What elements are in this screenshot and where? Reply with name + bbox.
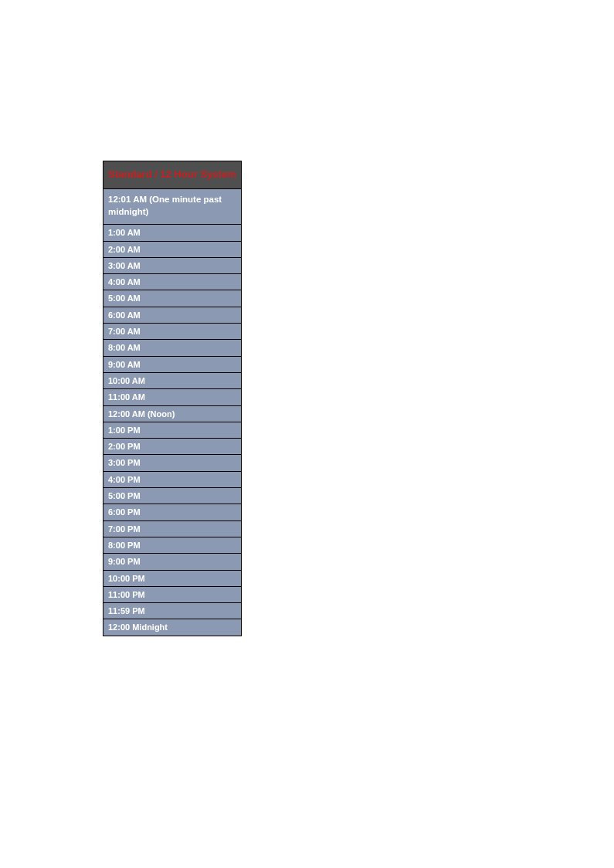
table-row: 6:00 PM — [103, 504, 241, 520]
table-row: 8:00 AM — [103, 340, 241, 356]
table-row: 9:00 PM — [103, 554, 241, 570]
time-system-table: Standard / 12 Hour System 12:01 AM (One … — [103, 161, 242, 636]
table-row: 11:00 AM — [103, 389, 241, 405]
table-row: 1:00 PM — [103, 422, 241, 439]
table-row: 4:00 PM — [103, 472, 241, 488]
table-row: 1:00 AM — [103, 225, 241, 241]
table-row: 11:00 PM — [103, 587, 241, 603]
table-row: 6:00 AM — [103, 307, 241, 324]
table-row: 7:00 AM — [103, 324, 241, 340]
table-row: 12:01 AM (One minute past midnight) — [103, 189, 241, 225]
table-row: 11:59 PM — [103, 603, 241, 619]
table-row: 10:00 AM — [103, 373, 241, 389]
table-row: 5:00 PM — [103, 488, 241, 504]
table-header: Standard / 12 Hour System — [103, 161, 241, 189]
table-row: 7:00 PM — [103, 521, 241, 537]
table-row: 12:00 AM (Noon) — [103, 406, 241, 422]
table-row: 4:00 AM — [103, 274, 241, 290]
table-row: 3:00 AM — [103, 258, 241, 274]
table-row: 5:00 AM — [103, 290, 241, 307]
table-row: 9:00 AM — [103, 357, 241, 373]
table-row: 10:00 PM — [103, 571, 241, 587]
table-row: 3:00 PM — [103, 455, 241, 471]
table-row: 8:00 PM — [103, 537, 241, 554]
table-row: 2:00 AM — [103, 242, 241, 258]
table-row: 12:00 Midnight — [103, 619, 241, 635]
table-row: 2:00 PM — [103, 439, 241, 455]
